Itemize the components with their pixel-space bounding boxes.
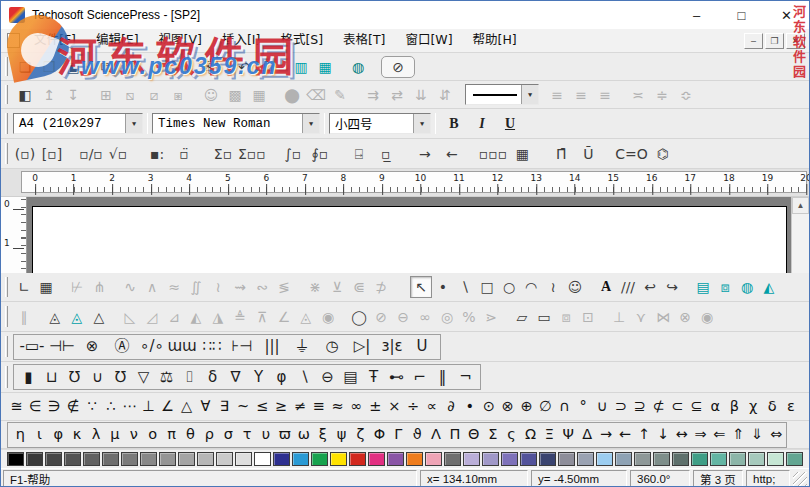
carbonyl-bond-icon[interactable]: C=O	[615, 143, 648, 165]
portrait-tool[interactable]: ☺	[564, 276, 586, 298]
triangle-icon[interactable]: △	[88, 306, 110, 328]
row-vector-template[interactable]: ▫▫▫	[479, 143, 507, 165]
symbol-button[interactable]: ⊕	[517, 395, 536, 419]
distilling-flask-icon[interactable]: ℧	[109, 366, 132, 388]
font-size-select[interactable]: 小四号 ▼	[329, 113, 431, 134]
symbol-button[interactable]: Θ	[464, 423, 483, 447]
italic-button[interactable]: I	[468, 113, 496, 135]
symbol-button[interactable]: υ	[257, 423, 276, 447]
horizontal-ruler[interactable]: 01234567891011121314151617181920	[21, 171, 807, 193]
diode-icon[interactable]: ▷|	[347, 336, 377, 358]
fraction-template[interactable]: ▫/▫	[79, 143, 103, 165]
symbol-button[interactable]: Π	[445, 423, 464, 447]
resize-grip[interactable]	[793, 472, 807, 486]
color-swatch[interactable]	[140, 452, 157, 466]
color-swatch[interactable]	[197, 452, 214, 466]
triangle-base-icon[interactable]: ≜	[229, 306, 251, 328]
symbol-button[interactable]: θ	[181, 423, 200, 447]
copy-icon[interactable]: ⎘	[175, 56, 199, 78]
open-icon[interactable]: ❒	[37, 56, 61, 78]
inset-circle-icon[interactable]: ⊡	[577, 306, 599, 328]
color-swatch[interactable]	[406, 452, 423, 466]
round-flask-icon[interactable]: ℧	[63, 366, 86, 388]
rectangle-tool[interactable]: □	[476, 276, 498, 298]
symbol-button[interactable]: ∅	[536, 395, 555, 419]
database-icon[interactable]: ◍	[346, 56, 370, 78]
color-swatch[interactable]	[26, 452, 43, 466]
sphere-tool[interactable]: ◍	[736, 276, 758, 298]
align-right-icon[interactable]: ≡	[593, 84, 617, 106]
crossed-circle-icon[interactable]: ⊗	[674, 306, 696, 328]
bracket-template[interactable]: [▫]	[40, 143, 64, 165]
menu-help[interactable]: 帮助[H]	[463, 29, 527, 52]
symbol-button[interactable]: ϑ	[408, 423, 427, 447]
parallelogram-icon[interactable]: ▱	[511, 306, 533, 328]
chevron-down-icon[interactable]: ▼	[413, 114, 430, 133]
redo-icon[interactable]: ↷	[256, 56, 280, 78]
rectangle-shape-icon[interactable]: ▭	[533, 306, 555, 328]
symbol-button[interactable]: ο	[143, 423, 162, 447]
symbol-button[interactable]: ι	[30, 423, 49, 447]
plot-curve-tool-2[interactable]: ∧	[141, 276, 163, 298]
beaker-icon[interactable]: ⊔	[40, 366, 63, 388]
color-swatch[interactable]	[64, 452, 81, 466]
chart-grid-icon[interactable]: ▦	[35, 276, 57, 298]
color-swatch[interactable]	[444, 452, 461, 466]
minimize-button[interactable]: –	[674, 1, 719, 29]
inset-square-icon[interactable]: ⧈	[555, 306, 577, 328]
battery-icon[interactable]: ⊦⊣	[227, 336, 257, 358]
equation-editor-button[interactable]: ⊘	[381, 56, 415, 78]
bullseye-icon[interactable]: ◉	[696, 306, 718, 328]
mdi-minimize-button[interactable]: –	[744, 33, 763, 49]
toolbar-grip[interactable]	[5, 143, 8, 164]
point-tool[interactable]: •	[432, 276, 454, 298]
color-swatch[interactable]	[558, 452, 575, 466]
color-swatch[interactable]	[387, 452, 404, 466]
hatch-tool[interactable]: ///	[617, 276, 639, 298]
fill-color-icon[interactable]: ⬤	[280, 84, 304, 106]
toolbar-grip[interactable]	[5, 57, 8, 76]
fork-icon[interactable]: ⋎	[630, 306, 652, 328]
cube-tool[interactable]: ⧈	[714, 276, 736, 298]
symbol-button[interactable]: ⇒	[691, 423, 710, 447]
plot-open-curve-tool[interactable]: ⊅	[370, 276, 392, 298]
symbol-button[interactable]: ≅	[7, 395, 26, 419]
funnel-icon[interactable]: ∇	[224, 366, 247, 388]
menu-edit[interactable]: 编辑[E]	[86, 29, 149, 52]
color-swatch[interactable]	[159, 452, 176, 466]
symbol-button[interactable]: η	[11, 423, 30, 447]
color-swatch[interactable]	[748, 452, 765, 466]
accent-template[interactable]: ▫̈	[172, 143, 196, 165]
perpendicular-icon[interactable]: ⊥	[608, 306, 630, 328]
symbol-button[interactable]: ↓	[653, 423, 672, 447]
split-cells-right-icon[interactable]: ⇄	[385, 84, 409, 106]
symbol-button[interactable]: Φ	[370, 423, 389, 447]
border-diagonal-cross-icon[interactable]: ⧆	[166, 84, 190, 106]
symbol-button[interactable]: ∠	[158, 395, 177, 419]
menu-view[interactable]: 视图[V]	[149, 29, 212, 52]
symbol-button[interactable]: ~	[234, 395, 253, 419]
color-swatch[interactable]	[311, 452, 328, 466]
circle-icon[interactable]: ◯	[348, 306, 370, 328]
color-swatch[interactable]	[539, 452, 556, 466]
symbol-button[interactable]: Γ	[389, 423, 408, 447]
radical-template[interactable]: √▫	[106, 143, 130, 165]
symbol-button[interactable]: π	[162, 423, 181, 447]
close-button[interactable]: ✕	[764, 1, 809, 29]
chart-axes-icon[interactable]: ∟	[13, 276, 35, 298]
symbol-button[interactable]: ∀	[196, 395, 215, 419]
arc-tool[interactable]: ◠	[520, 276, 542, 298]
bowtie-icon[interactable]: ⋈	[652, 306, 674, 328]
magnet-icon[interactable]: U	[407, 336, 437, 358]
color-swatch[interactable]	[729, 452, 746, 466]
pen-icon[interactable]: ✎	[328, 84, 352, 106]
border-diagonal-up-icon[interactable]: ⧄	[142, 84, 166, 106]
capacitor-icon[interactable]: ⊣⊢	[47, 336, 77, 358]
symbol-button[interactable]: ↔	[672, 423, 691, 447]
angle-icon[interactable]: ∠	[273, 306, 295, 328]
color-swatch[interactable]	[691, 452, 708, 466]
vertical-scrollbar[interactable]: ▲	[791, 197, 809, 273]
symbol-button[interactable]: ϖ	[275, 423, 294, 447]
evaporating-dish-icon[interactable]: ⊖	[316, 366, 339, 388]
mdi-restore-button[interactable]: ❐	[765, 33, 784, 49]
